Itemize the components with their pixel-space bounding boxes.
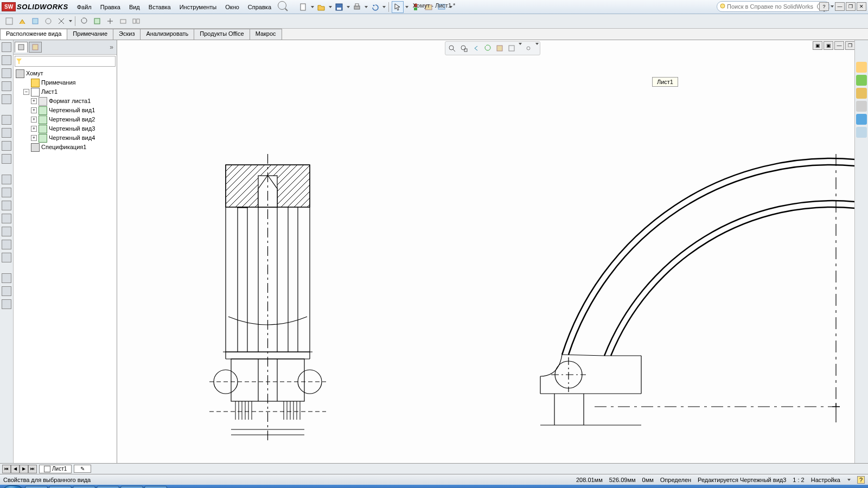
expand-icon[interactable]: +	[31, 126, 37, 132]
rail-icon-3[interactable]	[2, 68, 11, 78]
taskpane-resources[interactable]	[856, 62, 867, 73]
rail-icon-19[interactable]	[2, 299, 11, 309]
taskpane-custom[interactable]	[856, 127, 867, 138]
tree-annotations[interactable]: Примечания	[16, 78, 114, 87]
print-dropdown[interactable]	[365, 6, 368, 8]
tree-spec[interactable]: Спецификация1	[16, 143, 114, 152]
help-dropdown[interactable]	[831, 5, 834, 8]
cmd-tab-evaluate[interactable]: Анализировать	[140, 29, 194, 40]
add-sheet-tab[interactable]: ✎	[74, 465, 91, 473]
status-help-icon[interactable]: ?	[857, 476, 865, 484]
task-app-3[interactable]	[73, 486, 95, 488]
expand-icon[interactable]: +	[31, 107, 37, 113]
print-button[interactable]	[351, 1, 363, 13]
tree-view-4[interactable]: +Чертежный вид4	[16, 133, 114, 143]
help-search[interactable]	[717, 1, 830, 12]
tb2-icon-7[interactable]	[91, 15, 103, 27]
feature-filter[interactable]	[15, 56, 116, 67]
cmd-tab-view-layout[interactable]: Расположение вида	[0, 29, 67, 40]
menu-help[interactable]: Справка	[244, 1, 276, 13]
rail-icon-6[interactable]	[2, 115, 11, 125]
expand-icon[interactable]: +	[31, 117, 37, 123]
rail-icon-15[interactable]	[2, 240, 11, 249]
new-doc-dropdown[interactable]	[311, 6, 314, 8]
close-button[interactable]: ✕	[857, 2, 866, 11]
start-button[interactable]	[2, 485, 24, 488]
rail-icon-10[interactable]	[2, 175, 11, 184]
select-dropdown[interactable]	[405, 6, 409, 8]
fp-tab-config[interactable]	[29, 42, 42, 53]
rail-icon-1[interactable]	[2, 42, 11, 52]
cmd-tab-office[interactable]: Продукты Office	[194, 29, 250, 40]
task-app-1[interactable]	[25, 486, 48, 488]
menu-edit[interactable]: Правка	[96, 1, 125, 13]
tree-format[interactable]: +Формат листа1	[16, 97, 114, 106]
tb2-icon-4[interactable]	[42, 15, 54, 27]
sheet-last[interactable]: ⏭	[28, 465, 37, 473]
cmd-tab-macro[interactable]: Макрос	[250, 29, 282, 40]
save-dropdown[interactable]	[347, 6, 350, 8]
tree-view-3[interactable]: +Чертежный вид3	[16, 124, 114, 133]
sheet-first[interactable]: ⏮	[2, 465, 11, 473]
menu-insert[interactable]: Вставка	[144, 1, 175, 13]
tree-view-2[interactable]: +Чертежный вид2	[16, 115, 114, 124]
tb2-icon-9[interactable]	[117, 15, 129, 27]
open-doc-dropdown[interactable]	[329, 6, 332, 8]
rail-icon-18[interactable]	[2, 286, 11, 296]
rail-icon-16[interactable]	[2, 253, 11, 262]
open-doc-button[interactable]	[315, 1, 327, 13]
rail-icon-7[interactable]	[2, 128, 11, 138]
undo-dropdown[interactable]	[382, 6, 386, 8]
restore-button[interactable]: ❐	[846, 2, 856, 11]
tb2-icon-5[interactable]	[55, 15, 67, 27]
select-button[interactable]	[392, 1, 404, 13]
sheet-tab-1[interactable]: Лист1	[39, 465, 72, 473]
tb2-dd-5[interactable]	[69, 20, 72, 22]
minimize-button[interactable]: —	[835, 2, 845, 11]
tb2-icon-3[interactable]	[29, 15, 41, 27]
save-button[interactable]	[333, 1, 345, 13]
rail-icon-13[interactable]	[2, 214, 11, 223]
tb2-icon-8[interactable]	[104, 15, 116, 27]
taskpane-explorer[interactable]	[856, 88, 867, 99]
tb2-icon-6[interactable]	[78, 15, 90, 27]
rail-icon-5[interactable]	[2, 94, 11, 104]
status-custom[interactable]: Настройка	[811, 477, 840, 483]
rail-icon-9[interactable]	[2, 154, 11, 164]
undo-button[interactable]	[369, 1, 381, 13]
rail-icon-11[interactable]	[2, 188, 11, 197]
expand-icon[interactable]: +	[31, 98, 37, 104]
help-button[interactable]: ?	[819, 2, 829, 11]
menu-tools[interactable]: Инструменты	[175, 1, 221, 13]
taskpane-library[interactable]	[856, 75, 867, 86]
menu-file[interactable]: Файл	[73, 1, 96, 13]
taskpane-palette[interactable]	[856, 101, 867, 112]
taskpane-appearances[interactable]	[856, 114, 867, 125]
tree-view-1[interactable]: +Чертежный вид1	[16, 106, 114, 115]
help-search-input[interactable]	[726, 3, 815, 10]
new-doc-button[interactable]	[297, 1, 309, 13]
rail-icon-8[interactable]	[2, 141, 11, 151]
tree-root[interactable]: Хомут	[16, 69, 114, 78]
tb2-icon-10[interactable]	[130, 15, 142, 27]
menu-view[interactable]: Вид	[125, 1, 144, 13]
sheet-prev[interactable]: ◀	[11, 465, 20, 473]
cmd-tab-sketch[interactable]: Эскиз	[113, 29, 141, 40]
fp-tab-tree[interactable]	[15, 42, 28, 53]
collapse-icon[interactable]: −	[23, 89, 29, 95]
menu-window[interactable]: Окно	[221, 1, 244, 13]
expand-icon[interactable]: +	[31, 135, 37, 141]
task-app-6[interactable]	[144, 486, 167, 488]
rail-icon-4[interactable]	[2, 81, 11, 91]
status-custom-dropdown[interactable]	[847, 479, 851, 481]
task-app-2[interactable]	[49, 486, 72, 488]
task-app-5[interactable]	[120, 486, 143, 488]
rail-icon-17[interactable]	[2, 273, 11, 283]
tb2-icon-2[interactable]	[16, 15, 28, 27]
drawing-viewport[interactable]: ▣ ▣ — ❐ ✕ Лист1	[117, 40, 868, 463]
rail-icon-12[interactable]	[2, 201, 11, 210]
fp-collapse-icon[interactable]: »	[110, 43, 113, 51]
tree-sheet[interactable]: −Лист1	[16, 87, 114, 97]
tb2-icon-1[interactable]	[3, 15, 15, 27]
sheet-next[interactable]: ▶	[20, 465, 28, 473]
